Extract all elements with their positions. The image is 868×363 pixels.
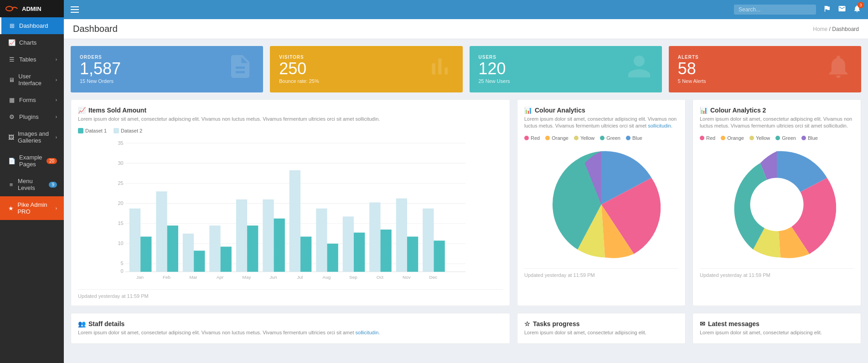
sidebar-item-example[interactable]: 📄 Example Pages 20: [0, 149, 64, 173]
line-chart-icon: 📈: [78, 107, 86, 114]
sidebar-item-tables[interactable]: ☰ Tables ›: [0, 51, 64, 68]
sidebar-label-ui: User Interface: [18, 73, 52, 87]
pie1-link[interactable]: sollicitudin.: [648, 123, 672, 128]
legend-dataset1: Dataset 1: [78, 128, 107, 133]
pie-chart2-title: 📊 Colour Analytics 2: [700, 107, 854, 114]
stat-card-orders: ORDERS 1,587 15 New Orders: [71, 46, 263, 92]
users-label: USERS: [479, 55, 510, 60]
staff-link[interactable]: sollicitudin.: [356, 330, 380, 335]
svg-text:Jan: Jan: [136, 275, 144, 280]
charts-icon: 📈: [8, 39, 16, 46]
svg-rect-23: [183, 234, 194, 272]
breadcrumb: Home / Dashboard: [813, 26, 859, 32]
pike-icon: ★: [8, 205, 14, 212]
svg-text:Jul: Jul: [297, 275, 303, 280]
svg-rect-44: [369, 203, 380, 272]
sidebar-item-ui[interactable]: 🖥 User Interface ›: [0, 68, 64, 92]
pie-chart2-desc: Lorem ipsum dolor sit amet, consectetur …: [700, 116, 854, 130]
mail-notification[interactable]: [838, 5, 846, 15]
svg-text:Jun: Jun: [269, 275, 277, 280]
forms-arrow: ›: [56, 97, 57, 102]
plugins-icon: ⚙: [8, 113, 16, 120]
pie1-legend-orange: Orange: [545, 135, 568, 141]
menu-icon: ≡: [8, 181, 14, 188]
svg-rect-27: [221, 247, 232, 272]
pie2-legend-yellow: Yellow: [749, 135, 770, 141]
users-icon: [625, 53, 653, 86]
alerts-sub: 5 New Alerts: [678, 78, 706, 84]
sidebar-item-menu[interactable]: ≡ Menu Levels 9: [0, 173, 64, 196]
search-input[interactable]: [734, 5, 816, 15]
svg-rect-41: [343, 217, 354, 272]
example-icon: 📄: [8, 158, 16, 164]
tasks-desc: Lorem ipsum dolor sit amet, consectetur …: [524, 329, 678, 336]
ui-arrow: ›: [56, 77, 57, 82]
flag-notification[interactable]: [823, 5, 831, 15]
svg-rect-17: [129, 209, 140, 272]
pie1-svg: [542, 145, 661, 264]
pie1-footer: Updated yesterday at 11:59 PM: [524, 268, 678, 278]
alerts-label: ALERTS: [678, 55, 706, 60]
sidebar-item-pike[interactable]: ★ Pike Admin PRO ›: [0, 196, 64, 220]
legend-dot-2: [114, 128, 119, 133]
app-name: ADMIN: [22, 5, 41, 12]
page-title: Dashboard: [73, 24, 118, 34]
pie1-legend-green: Green: [600, 135, 620, 141]
svg-text:Sep: Sep: [349, 275, 357, 280]
bar-chart-legend: Dataset 1 Dataset 2: [78, 128, 503, 133]
svg-rect-35: [289, 170, 300, 272]
hamburger-button[interactable]: [71, 6, 79, 13]
sidebar-item-charts[interactable]: 📈 Charts: [0, 34, 64, 51]
tasks-card: ☆ Tasks progress Lorem ipsum dolor sit a…: [517, 313, 686, 343]
pie1-legend: Red Orange Yellow Green Blue: [524, 135, 678, 141]
svg-point-0: [6, 6, 13, 11]
bar-chart-wrap: 35 30 25 20 15 10 5 0: [78, 137, 503, 285]
bell-notification[interactable]: 3: [853, 5, 861, 15]
images-arrow: ›: [56, 135, 57, 140]
legend-dataset2: Dataset 2: [114, 128, 142, 133]
sidebar-item-forms[interactable]: ▦ Forms ›: [0, 92, 64, 108]
forms-icon: ▦: [8, 97, 16, 103]
orders-sub: 15 New Orders: [80, 78, 121, 84]
alerts-icon: [825, 53, 852, 86]
staff-title: 👥 Staff details: [78, 320, 503, 327]
pie2-legend-orange: Orange: [721, 135, 744, 141]
sidebar-label-example: Example Pages: [19, 154, 43, 168]
main-area: 3 Dashboard Home / Dashboard ORDERS 1,58…: [64, 0, 868, 363]
messages-card: ✉ Latest messages Lorem ipsum dolor sit …: [692, 313, 861, 343]
topbar-right: 3: [734, 5, 861, 15]
sidebar-label-images: Images and Galleries: [18, 130, 52, 144]
messages-icon: ✉: [700, 320, 705, 327]
orders-value: 1,587: [80, 60, 121, 78]
bar-chart-svg: 35 30 25 20 15 10 5 0: [78, 137, 503, 283]
svg-text:20: 20: [118, 200, 123, 206]
sidebar-item-dashboard[interactable]: ⊞ Dashboard: [0, 17, 64, 34]
topbar: 3: [64, 0, 868, 19]
bar-chart-footer: Updated yesterday at 11:59 PM: [78, 289, 503, 299]
sidebar-item-images[interactable]: 🖼 Images and Galleries ›: [0, 125, 64, 149]
svg-rect-33: [274, 219, 285, 272]
sidebar-label-plugins: Plugins: [19, 113, 39, 120]
svg-rect-32: [263, 199, 274, 272]
svg-rect-21: [167, 226, 178, 272]
pie2-svg: [718, 145, 836, 264]
breadcrumb-home[interactable]: Home: [813, 26, 827, 32]
pie-chart2-icon: 📊: [700, 107, 708, 114]
svg-text:10: 10: [118, 241, 123, 246]
svg-text:25: 25: [118, 180, 123, 186]
visitors-label: VISITORS: [279, 55, 319, 60]
sidebar-header: ADMIN: [0, 0, 64, 17]
menu-badge: 9: [49, 182, 57, 188]
svg-rect-20: [156, 192, 167, 272]
bell-badge: 3: [858, 2, 864, 8]
svg-rect-51: [434, 241, 444, 272]
sidebar-item-plugins[interactable]: ⚙ Plugins ›: [0, 108, 64, 125]
bottom-row: 👥 Staff details Lorem ipsum dolor sit am…: [71, 313, 861, 343]
pie1-legend-red: Red: [524, 135, 540, 141]
charts-row: 📈 Items Sold Amount Lorem ipsum dolor si…: [71, 99, 861, 306]
breadcrumb-current: Dashboard: [832, 26, 859, 32]
pie-chart1-desc: Lorem ipsum dolor sit amet, consectetur …: [524, 116, 678, 130]
svg-rect-50: [423, 209, 434, 272]
sidebar: ADMIN ⊞ Dashboard 📈 Charts ☰ Tables › 🖥 …: [0, 0, 64, 363]
bar-chart-desc: Lorem ipsum dolor sit amet, consectetur …: [78, 116, 503, 123]
